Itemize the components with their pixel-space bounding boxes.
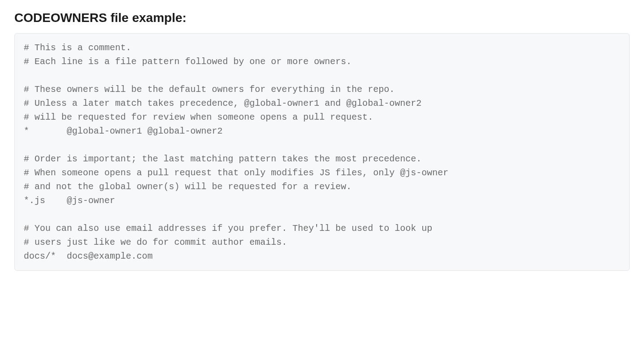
codeowners-example-block: # This is a comment. # Each line is a fi… — [14, 33, 630, 271]
section-heading: CODEOWNERS file example: — [14, 11, 630, 25]
